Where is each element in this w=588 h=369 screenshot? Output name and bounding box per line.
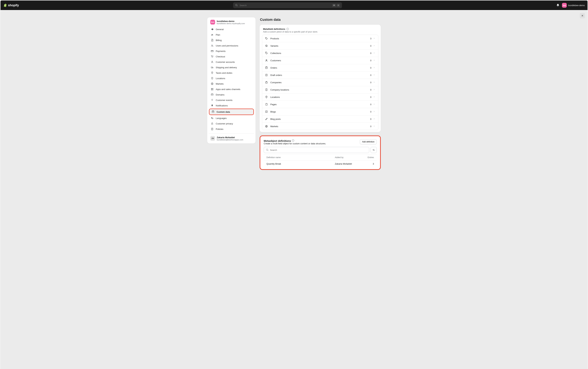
metafield-row-label: Companies	[270, 81, 370, 84]
metafield-row-count: 0	[370, 67, 371, 69]
domains-icon	[211, 93, 214, 96]
locations-icon	[211, 77, 214, 80]
shopify-logo[interactable]: shopify	[3, 3, 19, 7]
metafield-row-pages[interactable]: Pages0	[262, 101, 378, 108]
sidebar-item-label: Shipping and delivery	[216, 66, 237, 69]
chevron-right-icon	[373, 111, 376, 113]
sidebar-item-customer-privacy[interactable]: Customer privacy	[209, 121, 254, 126]
customdata-icon	[211, 110, 215, 113]
sidebar-item-notifications[interactable]: Notifications	[209, 103, 254, 108]
svg-rect-20	[212, 118, 213, 119]
sidebar-item-policies[interactable]: Policies	[209, 126, 254, 132]
metafield-row-count: 0	[370, 89, 371, 91]
metafield-row-label: Draft orders	[270, 74, 370, 76]
sort-button[interactable]	[370, 147, 377, 153]
sidebar-user-footer[interactable]: ZM Zakaria Mofaddel bundlebee@beehiveapp…	[209, 133, 254, 141]
metaobject-subtitle: Create a multi-field object for custom c…	[264, 142, 326, 145]
variant-icon	[265, 44, 268, 47]
sidebar-item-label: Checkout	[216, 55, 225, 58]
chevron-right-icon	[373, 125, 376, 127]
svg-rect-30	[266, 67, 268, 69]
svg-text:$: $	[212, 72, 212, 73]
metafield-row-draft-orders[interactable]: Draft orders0	[262, 72, 378, 79]
svg-point-38	[293, 140, 293, 140]
sidebar-item-users-and-permissions[interactable]: Users and permissions	[209, 43, 254, 48]
metafield-row-products[interactable]: Products3	[262, 35, 378, 42]
metafield-row-blogs[interactable]: Blogs0	[262, 108, 378, 115]
metafield-row-blog-posts[interactable]: Blog posts0	[262, 115, 378, 123]
metaobject-name: Quantity Break	[266, 163, 335, 165]
metafield-row-locations[interactable]: Locations0	[262, 93, 378, 101]
sidebar-item-locations[interactable]: Locations	[209, 76, 254, 81]
global-search[interactable]: ⌘ K	[233, 2, 342, 8]
metafield-row-count: 0	[370, 125, 371, 128]
store-name-label: bundlebee-demo	[568, 4, 585, 7]
draft-icon	[265, 73, 268, 77]
sidebar-item-checkout[interactable]: Checkout	[209, 54, 254, 59]
sidebar-item-languages[interactable]: Languages	[209, 115, 254, 121]
metafield-row-company-locations[interactable]: Company locations0	[262, 86, 378, 93]
notifications-icon[interactable]	[556, 4, 559, 7]
metaobject-search-field[interactable]	[264, 147, 369, 153]
svg-rect-21	[211, 123, 213, 125]
metafield-row-orders[interactable]: Orders0	[262, 64, 378, 72]
svg-point-0	[211, 45, 212, 45]
page-icon	[265, 103, 268, 106]
metafield-row-label: Pages	[270, 103, 370, 106]
metaobject-row[interactable]: Quantity BreakZakaria Mofaddel3	[264, 161, 377, 167]
sidebar-item-taxes-and-duties[interactable]: $Taxes and duties	[209, 70, 254, 76]
metafield-row-collections[interactable]: Collections0	[262, 50, 378, 57]
sidebar-item-label: General	[216, 28, 224, 31]
sidebar-item-label: Languages	[216, 117, 227, 120]
close-button[interactable]	[580, 13, 585, 18]
sidebar-item-apps-and-sales-channels[interactable]: Apps and sales channels	[209, 86, 254, 92]
svg-point-4	[212, 57, 212, 58]
svg-rect-3	[211, 51, 213, 51]
sidebar-item-general[interactable]: General	[209, 27, 254, 32]
metafield-row-customers[interactable]: Customers0	[262, 57, 378, 64]
events-icon	[211, 99, 214, 102]
sidebar-item-billing[interactable]: Billing	[209, 37, 254, 43]
metafield-row-label: Locations	[270, 96, 370, 98]
sidebar-item-markets[interactable]: Markets	[209, 81, 254, 86]
sidebar-item-label: Domains	[216, 93, 224, 96]
metafield-definitions-card: Metafield definitions Add a custom piece…	[260, 25, 381, 132]
tag-icon	[265, 37, 268, 40]
sidebar-item-payments[interactable]: Payments	[209, 48, 254, 54]
sidebar-item-plan[interactable]: Plan	[209, 32, 254, 37]
sidebar-item-customer-accounts[interactable]: Customer accounts	[209, 59, 254, 65]
sidebar-item-label: Customer accounts	[216, 61, 235, 63]
checkout-icon	[211, 55, 214, 58]
taxes-icon: $	[211, 71, 214, 74]
shipping-icon	[211, 66, 214, 69]
info-icon[interactable]	[292, 139, 294, 142]
sidebar-item-label: Policies	[216, 128, 223, 130]
metafield-row-variants[interactable]: Variants0	[262, 42, 378, 50]
metafield-row-count: 0	[370, 96, 371, 98]
info-icon[interactable]	[286, 28, 289, 30]
metafield-row-count: 0	[370, 59, 371, 62]
sidebar-store-header[interactable]: bun bundlebee-demo bundlebee-demo.myshop…	[209, 20, 254, 27]
metaobject-table-header: Definition name Added by Entries	[264, 154, 377, 161]
metaobject-search-input[interactable]	[270, 149, 367, 151]
sidebar-item-label: Customer events	[216, 99, 232, 102]
col-entries: Entries	[364, 156, 374, 159]
sidebar-store-avatar: bun	[210, 20, 215, 24]
blog-icon	[265, 110, 268, 113]
account-menu[interactable]: bun bundlebee-demo	[562, 3, 585, 8]
metafield-row-companies[interactable]: Companies0	[262, 79, 378, 86]
svg-rect-32	[266, 82, 268, 83]
metafield-row-count: 0	[370, 45, 371, 47]
metafield-row-markets[interactable]: Markets0	[262, 123, 378, 130]
chevron-right-icon	[373, 52, 376, 54]
add-definition-button[interactable]: Add definition	[360, 139, 377, 144]
sidebar-item-label: Markets	[216, 82, 224, 85]
metafield-row-label: Collections	[270, 52, 370, 54]
sidebar-item-customer-events[interactable]: Customer events	[209, 97, 254, 103]
sidebar-item-shipping-and-delivery[interactable]: Shipping and delivery	[209, 65, 254, 70]
settings-overlay: bun bundlebee-demo bundlebee-demo.myshop…	[0, 10, 588, 369]
chevron-right-icon	[373, 67, 376, 69]
sidebar-item-custom-data[interactable]: Custom data	[209, 109, 253, 114]
search-input[interactable]	[239, 4, 332, 7]
sidebar-item-domains[interactable]: Domains	[209, 92, 254, 97]
